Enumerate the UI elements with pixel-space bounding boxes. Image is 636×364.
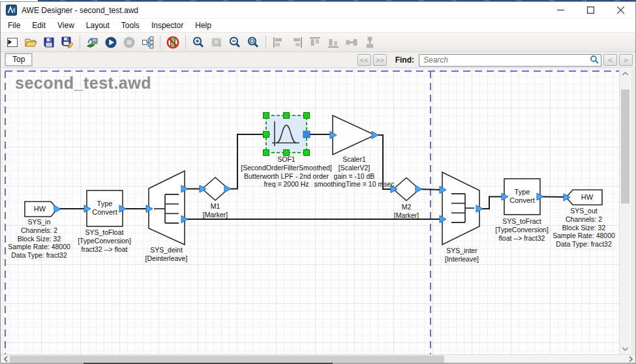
block-scaler1[interactable]	[330, 115, 378, 155]
caption-sys-out: SYS_outChannels: 2Block Size: 32Sample R…	[522, 207, 619, 249]
zoom-in-button[interactable]	[189, 34, 207, 51]
menu-tools[interactable]: Tools	[115, 20, 145, 31]
maximize-button[interactable]	[575, 2, 605, 18]
connect-to-target-button[interactable]	[83, 34, 102, 51]
title-bar[interactable]: AWE Designer - second_test.awd	[1, 2, 635, 19]
zoom-normal-button[interactable]	[207, 34, 226, 51]
menu-view[interactable]: View	[52, 20, 80, 31]
block-shape-label: HW	[581, 193, 594, 201]
save-button[interactable]	[40, 34, 58, 51]
toolbar-separator	[80, 35, 80, 50]
wire[interactable]	[540, 197, 566, 198]
window-title: AWE Designer - second_test.awd	[22, 6, 138, 15]
menu-bar: File Edit View Layout Tools Inspector He…	[1, 19, 635, 32]
zoom-out-button[interactable]	[226, 34, 244, 51]
output-pin[interactable]	[416, 186, 422, 193]
block-sof1[interactable]	[264, 113, 310, 156]
horizontal-scroll-thumb[interactable]	[10, 356, 444, 363]
find-prev-button[interactable]: <	[603, 54, 617, 66]
caption-m2: M2[Marker]	[344, 203, 468, 220]
caption-sys-inter: SYS_inter[Interleave]	[400, 247, 524, 264]
wire[interactable]	[479, 197, 504, 209]
canvas-area: second_test.awd	[1, 68, 635, 354]
vertical-scroll-thumb[interactable]	[621, 89, 629, 204]
tab-top[interactable]: Top	[5, 53, 32, 66]
caption-scaler1: Scaler1[ScalerV2]gain = -10 dBsmoothingT…	[292, 155, 416, 189]
menu-edit[interactable]: Edit	[26, 20, 52, 31]
find-label: Find:	[395, 55, 414, 65]
block-sys-out[interactable]: HW	[564, 190, 602, 205]
scroll-up-icon[interactable]	[620, 68, 631, 79]
app-icon	[6, 5, 17, 16]
caption-sys-deint: SYS_deint[Deinterleave]	[104, 246, 228, 263]
menu-layout[interactable]: Layout	[80, 20, 115, 31]
output-pin[interactable]	[54, 205, 61, 213]
align-bottom-button[interactable]	[324, 34, 342, 51]
block-shape-label: HW	[34, 205, 46, 213]
find-search-input[interactable]	[419, 54, 601, 67]
find-next-all-button[interactable]: >>	[373, 54, 387, 66]
output-pin[interactable]	[303, 131, 310, 138]
hierarchy-view-button[interactable]	[138, 34, 157, 51]
toolbar-separator	[160, 35, 160, 50]
connect-horizontal-button[interactable]	[342, 34, 361, 51]
align-top-button[interactable]	[306, 34, 324, 51]
block-shape-label: Type	[97, 200, 113, 207]
find-next-button[interactable]: >	[619, 54, 633, 66]
awe-designer-window: AWE Designer - second_test.awd File Edit…	[0, 1, 636, 363]
tab-bar: Top << >> Find: < >	[1, 52, 635, 68]
minimize-button[interactable]	[545, 2, 575, 18]
toolbar-separator	[185, 35, 186, 50]
disable-inspectors-button[interactable]	[164, 34, 182, 51]
block-shape-label: Type	[515, 188, 530, 196]
close-button[interactable]	[605, 2, 635, 18]
open-file-button[interactable]	[22, 34, 40, 51]
find-prev-all-button[interactable]: <<	[357, 54, 371, 66]
stop-button[interactable]	[120, 34, 138, 51]
vertical-scrollbar[interactable]	[619, 68, 630, 354]
block-shape-label: Convert	[92, 208, 117, 216]
align-right-button[interactable]	[288, 34, 306, 51]
output-pin[interactable]	[372, 132, 378, 139]
zoom-region-button[interactable]	[244, 34, 262, 51]
save-as-button[interactable]	[58, 34, 76, 51]
menu-help[interactable]: Help	[189, 20, 217, 31]
design-canvas[interactable]: second_test.awd	[2, 68, 619, 354]
connect-vertical-button[interactable]	[361, 34, 379, 51]
screen: AWE Designer - second_test.awd File Edit…	[0, 0, 636, 364]
toolbar-separator	[265, 35, 266, 50]
align-left-button[interactable]	[269, 34, 288, 51]
caption-m1: M1[Marker]	[153, 202, 277, 219]
horizontal-scrollbar[interactable]	[1, 354, 635, 363]
menu-file[interactable]: File	[2, 20, 26, 31]
toolbar	[1, 32, 635, 52]
window-right-edge	[631, 68, 635, 354]
run-button[interactable]	[102, 34, 120, 51]
wire[interactable]	[419, 189, 442, 190]
new-file-button[interactable]	[3, 34, 22, 51]
block-shape-label: Convert	[509, 196, 535, 204]
scroll-down-icon[interactable]	[620, 344, 631, 354]
menu-inspector[interactable]: Inspector	[145, 20, 189, 31]
search-icon[interactable]	[590, 55, 599, 65]
block-sys-in[interactable]: HW	[25, 202, 61, 217]
